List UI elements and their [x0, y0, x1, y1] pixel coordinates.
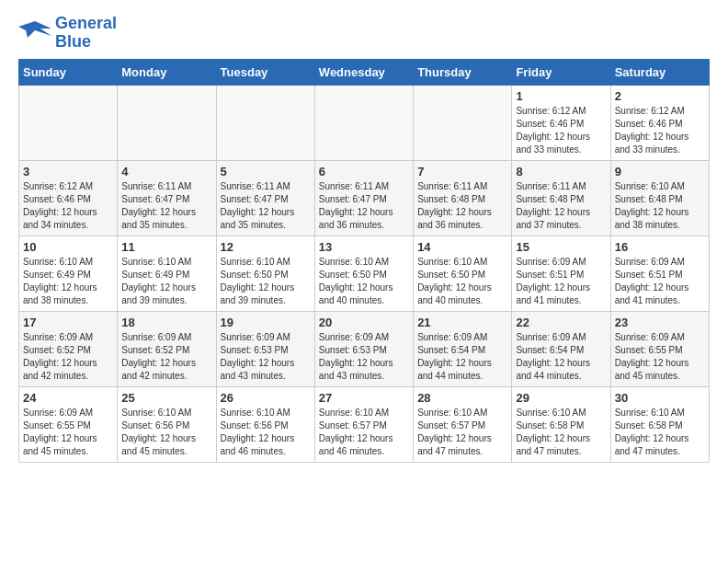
day-info: Sunrise: 6:11 AM Sunset: 6:47 PM Dayligh… [319, 180, 409, 232]
calendar-table: SundayMondayTuesdayWednesdayThursdayFrid… [18, 59, 710, 463]
day-number: 18 [121, 316, 211, 329]
calendar-cell [216, 85, 314, 160]
calendar-cell: 16Sunrise: 6:09 AM Sunset: 6:51 PM Dayli… [610, 236, 709, 311]
day-info: Sunrise: 6:11 AM Sunset: 6:47 PM Dayligh… [121, 180, 211, 232]
day-number: 3 [23, 165, 113, 178]
calendar-cell [414, 85, 512, 160]
day-number: 11 [121, 240, 211, 254]
day-info: Sunrise: 6:10 AM Sunset: 6:56 PM Dayligh… [121, 407, 211, 458]
day-number: 14 [417, 240, 507, 254]
calendar-week-4: 17Sunrise: 6:09 AM Sunset: 6:52 PM Dayli… [19, 311, 710, 386]
svg-marker-0 [18, 21, 51, 38]
calendar-cell [19, 85, 118, 160]
day-info: Sunrise: 6:11 AM Sunset: 6:48 PM Dayligh… [417, 180, 507, 232]
day-info: Sunrise: 6:09 AM Sunset: 6:52 PM Dayligh… [23, 331, 113, 383]
day-number: 28 [417, 391, 507, 405]
day-number: 5 [221, 165, 311, 178]
day-info: Sunrise: 6:10 AM Sunset: 6:56 PM Dayligh… [221, 407, 311, 458]
calendar-cell: 26Sunrise: 6:10 AM Sunset: 6:56 PM Dayli… [216, 386, 314, 462]
day-info: Sunrise: 6:09 AM Sunset: 6:52 PM Dayligh… [121, 331, 211, 383]
calendar-cell [314, 85, 413, 160]
calendar-body: 1Sunrise: 6:12 AM Sunset: 6:46 PM Daylig… [19, 85, 710, 462]
calendar-cell: 1Sunrise: 6:12 AM Sunset: 6:46 PM Daylig… [512, 85, 610, 160]
calendar-cell: 21Sunrise: 6:09 AM Sunset: 6:54 PM Dayli… [414, 311, 512, 386]
day-info: Sunrise: 6:12 AM Sunset: 6:46 PM Dayligh… [23, 180, 113, 232]
calendar-cell: 7Sunrise: 6:11 AM Sunset: 6:48 PM Daylig… [414, 160, 512, 236]
calendar-cell: 5Sunrise: 6:11 AM Sunset: 6:47 PM Daylig… [216, 160, 314, 236]
calendar-week-5: 24Sunrise: 6:09 AM Sunset: 6:55 PM Dayli… [19, 386, 710, 462]
weekday-header-tuesday: Tuesday [216, 59, 314, 85]
calendar-cell: 8Sunrise: 6:11 AM Sunset: 6:48 PM Daylig… [512, 160, 610, 236]
logo-text: General Blue [55, 15, 117, 52]
day-info: Sunrise: 6:10 AM Sunset: 6:57 PM Dayligh… [417, 407, 507, 458]
day-number: 22 [516, 316, 606, 329]
logo-icon [18, 19, 51, 47]
header: General Blue [18, 15, 710, 52]
day-info: Sunrise: 6:09 AM Sunset: 6:53 PM Dayligh… [221, 331, 311, 383]
calendar-cell: 14Sunrise: 6:10 AM Sunset: 6:50 PM Dayli… [414, 236, 512, 311]
calendar-cell: 24Sunrise: 6:09 AM Sunset: 6:55 PM Dayli… [19, 386, 118, 462]
weekday-header-monday: Monday [118, 59, 216, 85]
day-info: Sunrise: 6:11 AM Sunset: 6:47 PM Dayligh… [221, 180, 311, 232]
calendar-cell: 11Sunrise: 6:10 AM Sunset: 6:49 PM Dayli… [118, 236, 216, 311]
day-info: Sunrise: 6:10 AM Sunset: 6:50 PM Dayligh… [417, 256, 507, 307]
day-number: 19 [221, 316, 311, 329]
day-info: Sunrise: 6:09 AM Sunset: 6:51 PM Dayligh… [615, 256, 705, 307]
day-info: Sunrise: 6:09 AM Sunset: 6:55 PM Dayligh… [615, 331, 705, 383]
calendar-header: SundayMondayTuesdayWednesdayThursdayFrid… [19, 59, 710, 85]
calendar-cell: 3Sunrise: 6:12 AM Sunset: 6:46 PM Daylig… [19, 160, 118, 236]
weekday-header-sunday: Sunday [19, 59, 118, 85]
logo: General Blue [18, 15, 117, 52]
day-info: Sunrise: 6:10 AM Sunset: 6:57 PM Dayligh… [319, 407, 409, 458]
day-number: 27 [319, 391, 409, 405]
weekday-header-saturday: Saturday [610, 59, 709, 85]
calendar-cell: 27Sunrise: 6:10 AM Sunset: 6:57 PM Dayli… [314, 386, 413, 462]
calendar-cell: 25Sunrise: 6:10 AM Sunset: 6:56 PM Dayli… [118, 386, 216, 462]
calendar-week-3: 10Sunrise: 6:10 AM Sunset: 6:49 PM Dayli… [19, 236, 710, 311]
calendar-cell: 2Sunrise: 6:12 AM Sunset: 6:46 PM Daylig… [610, 85, 709, 160]
day-number: 12 [221, 240, 311, 254]
day-number: 7 [417, 165, 507, 178]
day-info: Sunrise: 6:12 AM Sunset: 6:46 PM Dayligh… [615, 105, 705, 156]
day-number: 30 [615, 391, 705, 405]
calendar-week-2: 3Sunrise: 6:12 AM Sunset: 6:46 PM Daylig… [19, 160, 710, 236]
day-info: Sunrise: 6:10 AM Sunset: 6:49 PM Dayligh… [121, 256, 211, 307]
day-number: 8 [516, 165, 606, 178]
day-number: 21 [417, 316, 507, 329]
day-number: 25 [121, 391, 211, 405]
calendar-cell: 29Sunrise: 6:10 AM Sunset: 6:58 PM Dayli… [512, 386, 610, 462]
calendar-cell: 17Sunrise: 6:09 AM Sunset: 6:52 PM Dayli… [19, 311, 118, 386]
calendar-cell: 23Sunrise: 6:09 AM Sunset: 6:55 PM Dayli… [610, 311, 709, 386]
day-number: 26 [221, 391, 311, 405]
day-number: 20 [319, 316, 409, 329]
day-info: Sunrise: 6:09 AM Sunset: 6:55 PM Dayligh… [23, 407, 113, 458]
calendar-cell: 19Sunrise: 6:09 AM Sunset: 6:53 PM Dayli… [216, 311, 314, 386]
calendar-cell: 30Sunrise: 6:10 AM Sunset: 6:58 PM Dayli… [610, 386, 709, 462]
day-info: Sunrise: 6:10 AM Sunset: 6:58 PM Dayligh… [516, 407, 606, 458]
calendar-cell: 28Sunrise: 6:10 AM Sunset: 6:57 PM Dayli… [414, 386, 512, 462]
calendar-cell: 13Sunrise: 6:10 AM Sunset: 6:50 PM Dayli… [314, 236, 413, 311]
day-number: 16 [615, 240, 705, 254]
weekday-header-wednesday: Wednesday [314, 59, 413, 85]
calendar-cell: 18Sunrise: 6:09 AM Sunset: 6:52 PM Dayli… [118, 311, 216, 386]
calendar-week-1: 1Sunrise: 6:12 AM Sunset: 6:46 PM Daylig… [19, 85, 710, 160]
day-info: Sunrise: 6:12 AM Sunset: 6:46 PM Dayligh… [516, 105, 606, 156]
calendar-cell: 22Sunrise: 6:09 AM Sunset: 6:54 PM Dayli… [512, 311, 610, 386]
day-number: 15 [516, 240, 606, 254]
day-info: Sunrise: 6:11 AM Sunset: 6:48 PM Dayligh… [516, 180, 606, 232]
day-number: 23 [615, 316, 705, 329]
day-number: 1 [516, 89, 606, 103]
day-info: Sunrise: 6:09 AM Sunset: 6:54 PM Dayligh… [417, 331, 507, 383]
day-number: 4 [121, 165, 211, 178]
day-info: Sunrise: 6:10 AM Sunset: 6:50 PM Dayligh… [221, 256, 311, 307]
day-number: 6 [319, 165, 409, 178]
calendar-cell: 6Sunrise: 6:11 AM Sunset: 6:47 PM Daylig… [314, 160, 413, 236]
page-container: General Blue SundayMondayTuesdayWednesda… [0, 0, 728, 477]
day-info: Sunrise: 6:10 AM Sunset: 6:50 PM Dayligh… [319, 256, 409, 307]
weekday-header-friday: Friday [512, 59, 610, 85]
day-number: 29 [516, 391, 606, 405]
day-number: 13 [319, 240, 409, 254]
day-info: Sunrise: 6:09 AM Sunset: 6:53 PM Dayligh… [319, 331, 409, 383]
day-number: 2 [615, 89, 705, 103]
weekday-header-thursday: Thursday [414, 59, 512, 85]
